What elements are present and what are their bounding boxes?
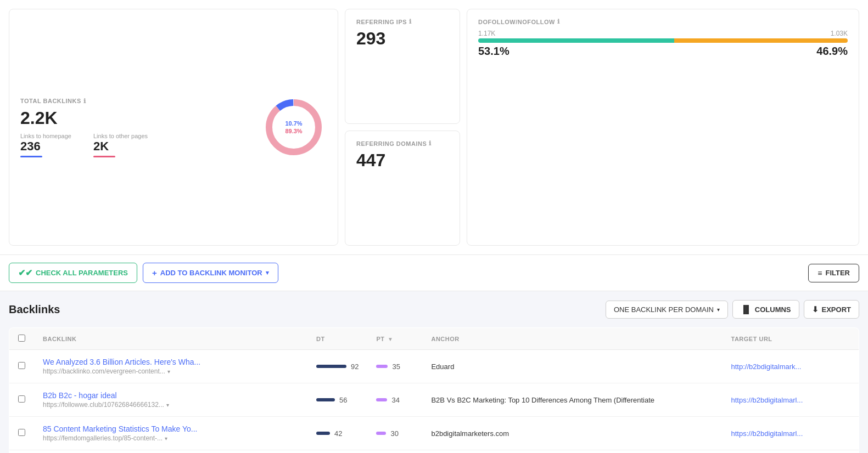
pt-bar	[376, 365, 388, 368]
backlink-url: https://femdomgalleries.top/85-content-.…	[43, 434, 299, 442]
row-backlink-cell: 85 Content Marketing Statistics To Make …	[34, 417, 307, 450]
dt-metric: 42	[316, 429, 359, 438]
export-icon: ⬇	[812, 305, 819, 314]
table-body: We Analyzed 3.6 Billion Articles. Here's…	[9, 350, 859, 454]
dt-value: 42	[334, 429, 342, 438]
table-row: 85 Content Marketing Statistics To Make …	[9, 417, 859, 450]
row-checkbox-cell	[9, 350, 35, 383]
dofollow-green	[478, 38, 674, 43]
referring-ips-card: REFERRING IPS ℹ 293	[345, 9, 460, 124]
toolbar: ✔✔ CHECK ALL PARAMETERS + ADD TO BACKLIN…	[0, 255, 868, 291]
row-pt-cell: 30	[367, 417, 422, 450]
table-header: Backlinks ONE BACKLINK PER DOMAIN ▾ ▐▌ C…	[9, 300, 859, 319]
row-checkbox[interactable]	[18, 362, 25, 369]
table-controls: ONE BACKLINK PER DOMAIN ▾ ▐▌ COLUMNS ⬇ E…	[606, 300, 859, 319]
backlink-title[interactable]: We Analyzed 3.6 Billion Articles. Here's…	[43, 358, 200, 366]
target-url[interactable]: http://b2bdigitalmark...	[731, 363, 830, 371]
row-dt-cell: 41	[307, 450, 367, 454]
dropdown-arrow-icon[interactable]: ▾	[165, 435, 167, 441]
plus-icon: +	[152, 268, 157, 278]
links-homepage-stat: Links to homepage 236	[20, 133, 71, 157]
pt-value: 30	[390, 429, 398, 438]
total-backlinks-value: 2.2K	[20, 108, 250, 128]
row-target-cell: http://b2bdigitalmark...	[722, 350, 859, 383]
backlink-title[interactable]: B2b B2c - hogar ideal	[43, 391, 117, 400]
anchor-text: b2bdigitalmarketers.com	[431, 429, 509, 438]
columns-button[interactable]: ▐▌ COLUMNS	[732, 300, 799, 319]
check-all-button[interactable]: ✔✔ CHECK ALL PARAMETERS	[9, 263, 137, 283]
export-button[interactable]: ⬇ EXPORT	[804, 300, 859, 319]
other-bar	[93, 156, 115, 157]
referring-domains-value: 447	[356, 150, 449, 171]
row-pt-cell: 35	[367, 350, 422, 383]
filter-icon: ≡	[817, 269, 822, 278]
stats-cards: TOTAL BACKLINKS ℹ 2.2K Links to homepage…	[0, 0, 868, 255]
pt-value: 35	[392, 363, 400, 371]
row-checkbox-cell	[9, 450, 35, 454]
dofollow-percents: 53.1% 46.9%	[478, 45, 848, 58]
domain-filter-button[interactable]: ONE BACKLINK PER DOMAIN ▾	[606, 301, 728, 319]
anchor-text: B2B Vs B2C Marketing: Top 10 Differences…	[431, 396, 654, 404]
links-other-stat: Links to other pages 2K	[93, 133, 148, 157]
table-title: Backlinks	[9, 303, 60, 316]
row-target-cell: https://b2bdigitalmarl...	[722, 383, 859, 417]
col-header-pt[interactable]: PT ▼	[367, 328, 422, 350]
chevron-down-icon: ▾	[266, 269, 269, 276]
dt-metric: 92	[316, 363, 359, 371]
checkmark-icon: ✔✔	[18, 268, 32, 278]
row-anchor-cell: b2bdigitalmarketers.com	[422, 417, 722, 450]
dt-bar	[316, 365, 346, 368]
add-to-monitor-button[interactable]: + ADD TO BACKLINK MONITOR ▾	[143, 263, 278, 283]
row-anchor-cell: Eduard	[422, 350, 722, 383]
donut-chart: 10.7% 89.3%	[261, 94, 327, 160]
row-anchor-cell: B2B Vs B2C Marketing: Top 10 Differences…	[422, 383, 722, 417]
col-header-checkbox	[9, 328, 35, 350]
table-head: BACKLINK DT PT ▼ ANCHOR TARGET URL	[9, 328, 859, 350]
info-icon-ips: ℹ	[409, 18, 412, 25]
target-url[interactable]: https://b2bdigitalmarl...	[731, 429, 830, 438]
dropdown-arrow-icon[interactable]: ▾	[167, 369, 170, 375]
row-anchor-cell: b2bdigitalmarketers.com	[422, 450, 722, 454]
referring-ips-value: 293	[356, 29, 449, 49]
target-url[interactable]: https://b2bdigitalmarl...	[731, 396, 830, 404]
content-area: Backlinks ONE BACKLINK PER DOMAIN ▾ ▐▌ C…	[0, 291, 868, 453]
backlink-url: https://backlinko.com/evergreen-content.…	[43, 367, 299, 375]
donut-labels: 10.7% 89.3%	[261, 94, 327, 160]
row-backlink-cell: We Analyzed 3.6 Billion Articles. Here's…	[34, 350, 307, 383]
pt-bar	[376, 398, 387, 401]
pt-bar	[376, 432, 386, 435]
table-row: We Analyzed 3.6 Billion Articles. Here's…	[9, 350, 859, 383]
row-target-cell: https://b2bdigitalmarl...	[722, 417, 859, 450]
dt-metric: 56	[316, 396, 359, 404]
row-checkbox[interactable]	[18, 429, 25, 436]
pt-value: 34	[391, 396, 399, 404]
row-dt-cell: 56	[307, 383, 367, 417]
referring-domains-card: REFERRING DOMAINS ℹ 447	[345, 131, 460, 246]
backlink-title[interactable]: 85 Content Marketing Statistics To Make …	[43, 424, 197, 433]
dt-bar	[316, 432, 330, 435]
row-dt-cell: 42	[307, 417, 367, 450]
dofollow-bar	[478, 38, 848, 43]
info-icon: ℹ	[83, 98, 86, 105]
dofollow-label: DOFOLLOW/NOFOLLOW ℹ	[478, 18, 848, 25]
row-target-cell: http://b2bdigitalmark...	[722, 450, 859, 454]
dropdown-arrow-icon[interactable]: ▾	[166, 402, 169, 408]
filter-button[interactable]: ≡ FILTER	[808, 264, 859, 282]
row-checkbox-cell	[9, 417, 35, 450]
sort-icon: ▼	[388, 336, 393, 342]
anchor-text: Eduard	[431, 363, 454, 371]
info-icon-domains: ℹ	[429, 140, 432, 147]
backlink-url: https://followwe.club/107626846666132...…	[43, 401, 299, 409]
backlinks-table: BACKLINK DT PT ▼ ANCHOR TARGET URL	[9, 327, 859, 453]
dofollow-orange	[674, 38, 848, 43]
sub-stats: Links to homepage 236 Links to other pag…	[20, 133, 250, 157]
columns-icon: ▐▌	[741, 305, 752, 314]
row-checkbox[interactable]	[18, 395, 25, 403]
dt-value: 56	[339, 396, 347, 404]
total-backlinks-card: TOTAL BACKLINKS ℹ 2.2K Links to homepage…	[9, 9, 338, 246]
select-all-checkbox[interactable]	[18, 335, 25, 342]
toolbar-left: ✔✔ CHECK ALL PARAMETERS + ADD TO BACKLIN…	[9, 263, 278, 283]
col-header-anchor: ANCHOR	[422, 328, 722, 350]
row-checkbox-cell	[9, 383, 35, 417]
row-backlink-cell: B2b B2c - hogar ideal https://followwe.c…	[34, 383, 307, 417]
